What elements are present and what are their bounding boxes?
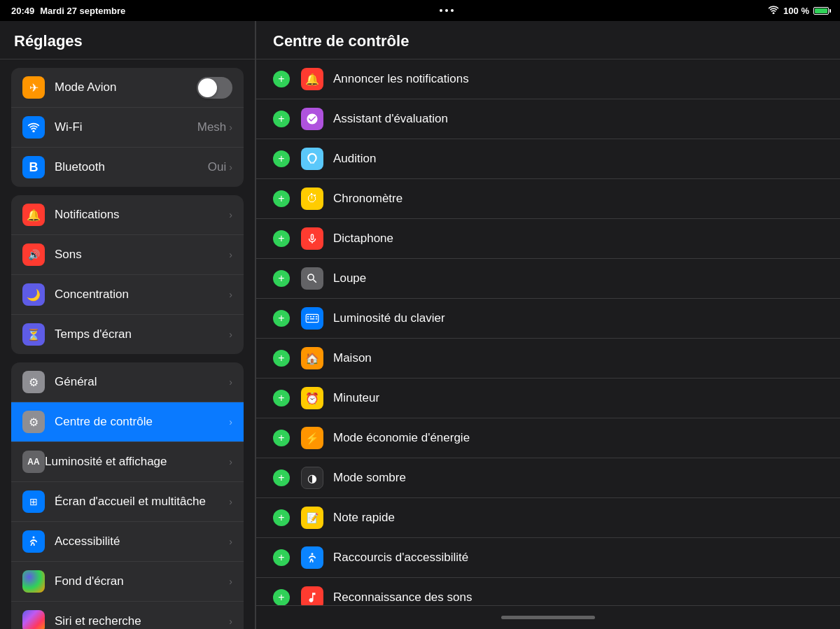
settings-item-concentration[interactable]: 🌙 Concentration › (11, 275, 244, 315)
control-item-luminosite-clavier[interactable]: + Luminosité du clavier (256, 299, 840, 339)
svg-rect-9 (307, 318, 309, 320)
centre-controle-icon: ⚙ (22, 411, 45, 433)
svg-rect-6 (310, 316, 312, 318)
add-button-annoncer[interactable]: + (273, 71, 290, 87)
time: 20:49 (11, 6, 34, 16)
svg-rect-7 (313, 316, 314, 318)
mode-economie-label: Mode économie d'énergie (333, 431, 823, 445)
status-center (440, 9, 454, 12)
control-item-maison[interactable]: + 🏠 Maison (256, 339, 840, 379)
maison-icon: 🏠 (301, 347, 323, 369)
chevron-right-siri: › (229, 616, 232, 627)
mode-avion-toggle[interactable] (197, 77, 232, 99)
control-item-raccourcis[interactable]: + Raccourcis d'accessibilité (256, 538, 840, 578)
control-list: + 🔔 Annoncer les notifications + Assista… (256, 59, 840, 605)
settings-item-wifi[interactable]: Wi-Fi Mesh › (11, 108, 244, 148)
add-button-note[interactable]: + (273, 509, 290, 526)
wifi-settings-icon (22, 116, 45, 139)
note-rapide-icon: 📝 (301, 507, 323, 529)
control-panel: Centre de contrôle + 🔔 Annoncer les noti… (256, 21, 840, 629)
wifi-icon (768, 6, 779, 16)
minuteur-label: Minuteur (333, 391, 823, 405)
settings-item-sons[interactable]: 🔊 Sons › (11, 235, 244, 275)
wifi-label: Wi-Fi (55, 120, 197, 134)
reconnaissance-label: Reconnaissance des sons (333, 591, 823, 605)
chronometre-icon: ⏱ (301, 188, 323, 210)
sons-label: Sons (55, 248, 229, 262)
control-item-minuteur[interactable]: + ⏰ Minuteur (256, 379, 840, 418)
control-item-audition[interactable]: + Audition (256, 139, 840, 179)
luminosite-icon: AA (22, 451, 45, 473)
add-button-raccourcis[interactable]: + (273, 549, 290, 566)
add-button-reconnaissance[interactable]: + (273, 589, 290, 605)
bluetooth-label: Bluetooth (55, 160, 208, 174)
maison-label: Maison (333, 351, 823, 365)
date: Mardi 27 septembre (40, 6, 125, 16)
chevron-right-general: › (229, 376, 232, 388)
control-item-chronometre[interactable]: + ⏱ Chronomètre (256, 179, 840, 219)
add-button-sombre[interactable]: + (273, 469, 290, 486)
svg-rect-5 (307, 316, 309, 318)
ecran-accueil-icon: ⊞ (22, 490, 45, 513)
dot-1 (440, 9, 442, 12)
add-button-lumcl[interactable]: + (273, 310, 290, 327)
chevron-right-cc: › (229, 416, 232, 427)
settings-item-accessibilite[interactable]: Accessibilité › (11, 522, 244, 562)
settings-item-notifications[interactable]: 🔔 Notifications › (11, 195, 244, 235)
control-item-reconnaissance[interactable]: + Reconnaissance des sons (256, 578, 840, 605)
audition-label: Audition (333, 152, 823, 166)
settings-item-siri[interactable]: Siri et recherche › (11, 602, 244, 629)
fond-ecran-icon (22, 570, 45, 593)
reconnaissance-icon (301, 586, 323, 605)
chevron-right-icon-5: › (229, 289, 232, 300)
loupe-icon (301, 267, 323, 290)
ecran-accueil-label: Écran d'accueil et multitâche (55, 495, 229, 509)
airplane-icon: ✈ (22, 76, 45, 99)
concentration-label: Concentration (55, 288, 229, 302)
add-button-assistant[interactable]: + (273, 111, 290, 127)
settings-item-centre-controle[interactable]: ⚙ Centre de contrôle › (11, 402, 244, 442)
settings-item-luminosite[interactable]: AA Luminosité et affichage › (11, 442, 244, 482)
control-item-mode-economie[interactable]: + ⚡ Mode économie d'énergie (256, 418, 840, 458)
fond-ecran-label: Fond d'écran (55, 574, 229, 588)
minuteur-icon: ⏰ (301, 387, 323, 409)
add-button-loupe[interactable]: + (273, 270, 290, 287)
add-button-chrono[interactable]: + (273, 190, 290, 207)
settings-item-mode-avion[interactable]: ✈ Mode Avion (11, 68, 244, 108)
sons-icon: 🔊 (22, 243, 45, 266)
control-item-mode-sombre[interactable]: + ◑ Mode sombre (256, 458, 840, 498)
control-item-annoncer-notifs[interactable]: + 🔔 Annoncer les notifications (256, 59, 840, 99)
bluetooth-icon: B (22, 156, 45, 178)
add-button-maison[interactable]: + (273, 350, 290, 367)
chronometre-label: Chronomètre (333, 192, 823, 206)
settings-item-temps-ecran[interactable]: ⏳ Temps d'écran › (11, 315, 244, 354)
settings-item-general[interactable]: ⚙ Général › (11, 362, 244, 402)
chevron-right-fe: › (229, 576, 232, 587)
annoncer-notifs-icon: 🔔 (301, 68, 323, 90)
note-rapide-label: Note rapide (333, 511, 823, 525)
add-button-audition[interactable]: + (273, 150, 290, 167)
control-item-note-rapide[interactable]: + 📝 Note rapide (256, 498, 840, 538)
add-button-dicta[interactable]: + (273, 230, 290, 247)
assistant-icon (301, 108, 323, 130)
settings-item-fond-ecran[interactable]: Fond d'écran › (11, 562, 244, 602)
settings-item-ecran-accueil[interactable]: ⊞ Écran d'accueil et multitâche › (11, 482, 244, 522)
svg-point-12 (312, 553, 314, 555)
settings-group-top: ✈ Mode Avion Wi-Fi (11, 68, 244, 187)
control-item-assistant[interactable]: + Assistant d'évaluation (256, 99, 840, 139)
settings-item-bluetooth[interactable]: B Bluetooth Oui › (11, 148, 244, 187)
add-button-eco[interactable]: + (273, 430, 290, 446)
dot-3 (451, 9, 454, 12)
notifications-icon: 🔔 (22, 204, 45, 226)
control-item-dictaphone[interactable]: + Dictaphone (256, 219, 840, 259)
wifi-value: Mesh (197, 120, 227, 134)
accessibilite-icon (22, 530, 45, 553)
svg-rect-11 (316, 318, 317, 320)
chevron-right-icon-4: › (229, 249, 232, 260)
audition-icon (301, 148, 323, 170)
control-item-loupe[interactable]: + Loupe (256, 259, 840, 299)
svg-rect-10 (310, 318, 314, 320)
add-button-minuteur[interactable]: + (273, 390, 290, 407)
svg-point-0 (33, 537, 35, 539)
dictaphone-label: Dictaphone (333, 232, 823, 246)
